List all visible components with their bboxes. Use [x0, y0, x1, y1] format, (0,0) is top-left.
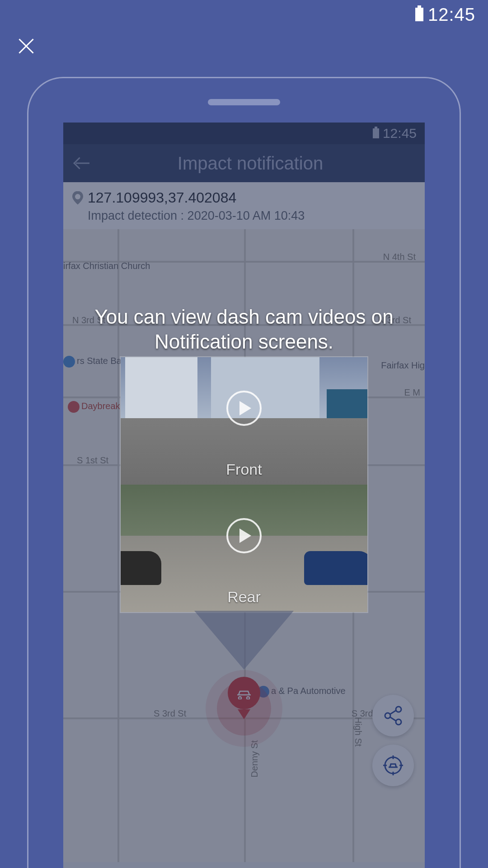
car-icon — [235, 687, 253, 699]
battery-icon — [415, 8, 423, 21]
svg-point-0 — [396, 707, 401, 712]
front-label: Front — [226, 456, 262, 485]
share-button[interactable] — [372, 695, 414, 736]
page-title: Impact notification — [103, 153, 398, 174]
street-label: S 1st St — [77, 455, 108, 466]
inner-status-bar: 12:45 — [63, 123, 425, 144]
inner-app-bar: Impact notification — [63, 144, 425, 182]
svg-point-3 — [385, 757, 401, 774]
play-icon — [226, 518, 262, 553]
location-header: 127.109993,37.402084 Impact detection : … — [63, 182, 425, 229]
detection-timestamp: Impact detection : 2020-03-10 AM 10:43 — [88, 209, 416, 223]
poi-label: Fairfax Hig — [381, 360, 425, 371]
target-car-icon — [382, 755, 404, 776]
play-icon — [226, 391, 262, 426]
street-label: N 4th St — [383, 252, 416, 262]
inner-clock: 12:45 — [383, 126, 417, 141]
car-location-pin[interactable] — [228, 677, 260, 717]
close-button[interactable] — [16, 36, 36, 56]
front-video-thumbnail[interactable]: Front — [121, 357, 367, 485]
svg-point-2 — [396, 719, 401, 725]
poi-label: rs State Ban — [63, 356, 127, 368]
coordinates-text: 127.109993,37.402084 — [88, 189, 236, 206]
rear-video-thumbnail[interactable]: Rear — [121, 485, 367, 612]
poi-label: Daybreak — [68, 401, 120, 413]
battery-icon — [373, 128, 379, 138]
street-label: High St — [353, 717, 363, 747]
svg-point-1 — [385, 713, 390, 718]
location-pin-icon — [72, 191, 83, 205]
speaker-slot — [208, 99, 280, 105]
back-button[interactable] — [72, 154, 90, 172]
outer-status-bar: 12:45 — [0, 0, 488, 29]
video-preview-popup: Front Rear — [120, 356, 368, 613]
tooltip-pointer-icon — [194, 611, 294, 670]
poi-label: irfax Christian Church — [63, 261, 150, 271]
phone-frame: 12:45 Impact notification 127.109993,37.… — [27, 77, 461, 868]
street-label: E M — [404, 387, 420, 398]
rear-label: Rear — [227, 584, 261, 612]
recenter-button[interactable] — [372, 745, 414, 786]
outer-clock: 12:45 — [428, 5, 475, 25]
street-label: S 3rd St — [154, 708, 186, 719]
onboarding-tooltip-text: You can view dash cam videos on Notifica… — [81, 304, 407, 354]
share-icon — [382, 705, 404, 726]
